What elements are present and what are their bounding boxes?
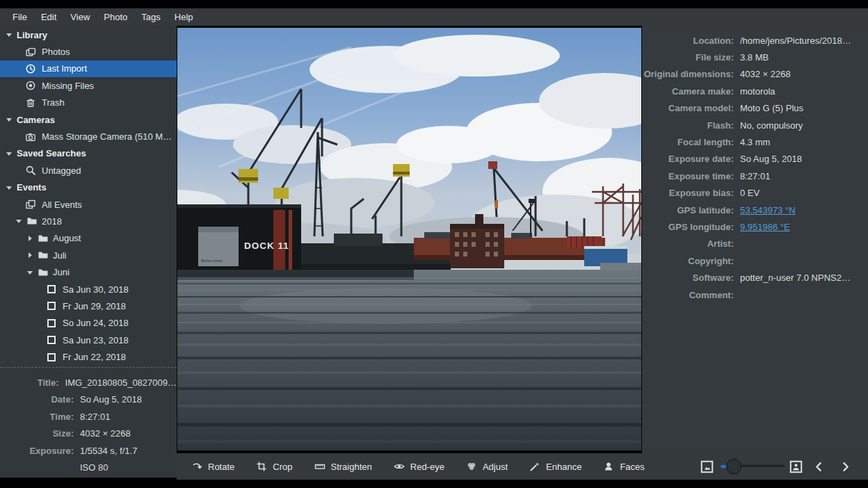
sidebar-item-august[interactable]: August xyxy=(0,230,177,247)
item-label: Untagged xyxy=(42,165,81,176)
sidebar-section-library[interactable]: Library xyxy=(0,26,177,43)
basic-info-panel: Title:IMG_20180805_0827009… Date:So Aug … xyxy=(0,367,177,478)
ext-row-camera-make: Camera make:motorola xyxy=(642,83,868,99)
sidebar-item-2018[interactable]: 2018 xyxy=(0,213,177,229)
faces-button[interactable]: Faces xyxy=(597,457,650,475)
sidebar-item-juni[interactable]: Juni xyxy=(0,263,177,280)
adjust-button[interactable]: Adjust xyxy=(460,457,514,475)
item-label: August xyxy=(53,233,81,243)
item-label: Photos xyxy=(42,47,70,57)
field-value: 8:27:01 xyxy=(80,412,110,422)
sidebar-item-all-events[interactable]: All Events xyxy=(0,196,177,213)
enhance-button[interactable]: Enhance xyxy=(523,457,588,475)
field-value: Moto G (5) Plus xyxy=(740,103,803,113)
sidebar-item-event-jun22[interactable]: Fr Jun 22, 2018 xyxy=(0,348,177,365)
menu-tags[interactable]: Tags xyxy=(134,8,167,26)
menu-view[interactable]: View xyxy=(63,8,97,26)
folder-icon xyxy=(38,267,49,278)
zoom-out-button[interactable] xyxy=(700,459,714,473)
field-label: Exposure bias: xyxy=(642,188,740,198)
photo-icon xyxy=(46,318,57,329)
photo-harbor-image: Blohm+Voss DOCK 11 xyxy=(177,28,641,450)
info-row-date: Date:So Aug 5, 2018 xyxy=(0,391,177,409)
info-row-title: Title:IMG_20180805_0827009… xyxy=(0,374,177,391)
sidebar-item-photos[interactable]: Photos xyxy=(0,43,177,60)
photo-icon xyxy=(46,284,57,295)
expander-right-icon[interactable] xyxy=(26,252,33,259)
ext-row-exposure-time: Exposure time:8:27:01 xyxy=(642,168,868,184)
builder-sign-text: Blohm+Voss xyxy=(201,259,223,263)
item-label: Juli xyxy=(53,250,67,261)
expander-down-icon[interactable] xyxy=(6,184,13,191)
button-label: Enhance xyxy=(546,462,581,472)
previous-photo-button[interactable] xyxy=(808,456,829,477)
sidebar-item-event-jun23[interactable]: Sa Jun 23, 2018 xyxy=(0,332,177,348)
ext-row-gps-longitude: GPS longitude:9.951986 °E xyxy=(642,218,868,235)
sidebar-item-untagged[interactable]: Untagged xyxy=(0,162,177,179)
expander-right-icon[interactable] xyxy=(26,235,33,242)
expander-down-icon[interactable] xyxy=(6,116,13,123)
sidebar-section-events[interactable]: Events xyxy=(0,179,177,196)
next-photo-button[interactable] xyxy=(835,456,855,477)
field-label: Focal length: xyxy=(642,137,740,147)
sidebar-item-event-jun24[interactable]: So Jun 24, 2018 xyxy=(0,315,177,332)
field-value: 4032 × 2268 xyxy=(740,69,791,79)
expander-down-icon[interactable] xyxy=(6,150,13,157)
button-label: Faces xyxy=(620,462,644,472)
info-row-size: Size:4032 × 2268 xyxy=(0,425,177,443)
ext-row-file-size: File size:3.8 MB xyxy=(642,49,868,65)
ext-row-gps-latitude: GPS latitude:53.543973 °N xyxy=(642,202,868,218)
field-label: Copyright: xyxy=(642,256,740,266)
expander-down-icon[interactable] xyxy=(26,269,33,276)
clock-icon xyxy=(25,63,36,74)
sidebar-section-cameras[interactable]: Cameras xyxy=(0,111,177,128)
menu-photo[interactable]: Photo xyxy=(97,8,134,26)
photo-icon xyxy=(46,352,57,363)
menu-edit[interactable]: Edit xyxy=(34,8,63,26)
gps-longitude-link[interactable]: 9.951986 °E xyxy=(740,222,790,232)
zoom-slider-knob[interactable] xyxy=(726,459,741,474)
rotate-button[interactable]: Rotate xyxy=(185,457,241,475)
red-eye-button[interactable]: Red-eye xyxy=(387,457,451,475)
chevron-right-icon xyxy=(839,461,851,473)
item-label: Fr Jun 22, 2018 xyxy=(63,352,126,362)
sidebar-item-trash[interactable]: Trash xyxy=(0,95,177,111)
field-value: 1/5534 s, f/1.7 xyxy=(80,446,137,456)
sidebar-item-mass-storage-camera[interactable]: Mass Storage Camera (510 M… xyxy=(0,128,177,145)
crop-button[interactable]: Crop xyxy=(250,457,298,475)
field-value: 4032 × 2268 xyxy=(80,428,131,439)
zoom-in-button[interactable] xyxy=(789,459,803,473)
info-row-time: Time:8:27:01 xyxy=(0,408,177,425)
app-window: File Edit View Photo Tags Help Library P… xyxy=(0,0,868,488)
item-label: Juni xyxy=(53,267,70,277)
item-label: All Events xyxy=(42,200,82,210)
item-label: 2018 xyxy=(42,216,62,227)
info-row-iso: ISO 80 xyxy=(0,459,177,477)
sidebar-item-last-import[interactable]: Last Import xyxy=(0,60,177,77)
sidebar-item-event-jun30[interactable]: Sa Jun 30, 2018 xyxy=(0,281,177,298)
section-label: Cameras xyxy=(17,115,55,125)
sidebar-section-saved-searches[interactable]: Saved Searches xyxy=(0,145,177,162)
sidebar-item-event-jun29[interactable]: Fr Jun 29, 2018 xyxy=(0,298,177,314)
field-value: IMG_20180805_0827009… xyxy=(65,377,177,388)
field-label: File size: xyxy=(642,52,740,63)
expander-down-icon[interactable] xyxy=(6,31,13,38)
field-value: /home/jens/Pictures/2018… xyxy=(740,35,851,46)
field-label: Original dimensions: xyxy=(642,69,740,79)
button-label: Adjust xyxy=(483,462,508,472)
item-label: Trash xyxy=(42,97,65,108)
section-label: Saved Searches xyxy=(17,148,86,158)
item-label: Sa Jun 30, 2018 xyxy=(63,284,129,295)
expander-down-icon[interactable] xyxy=(15,218,22,225)
adjust-icon xyxy=(466,461,477,472)
sidebar-item-missing-files[interactable]: Missing Files xyxy=(0,77,177,94)
field-label: Exposure: xyxy=(0,446,80,456)
zoom-slider[interactable] xyxy=(721,459,785,474)
gps-latitude-link[interactable]: 53.543973 °N xyxy=(740,205,796,215)
toolbar: Rotate Crop Straighten Red-eye Adjust En… xyxy=(177,453,868,480)
menu-help[interactable]: Help xyxy=(168,8,200,26)
sidebar-item-juli[interactable]: Juli xyxy=(0,247,177,263)
straighten-button[interactable]: Straighten xyxy=(308,457,378,475)
item-label: Mass Storage Camera (510 M… xyxy=(42,131,172,142)
menu-file[interactable]: File xyxy=(6,8,34,26)
